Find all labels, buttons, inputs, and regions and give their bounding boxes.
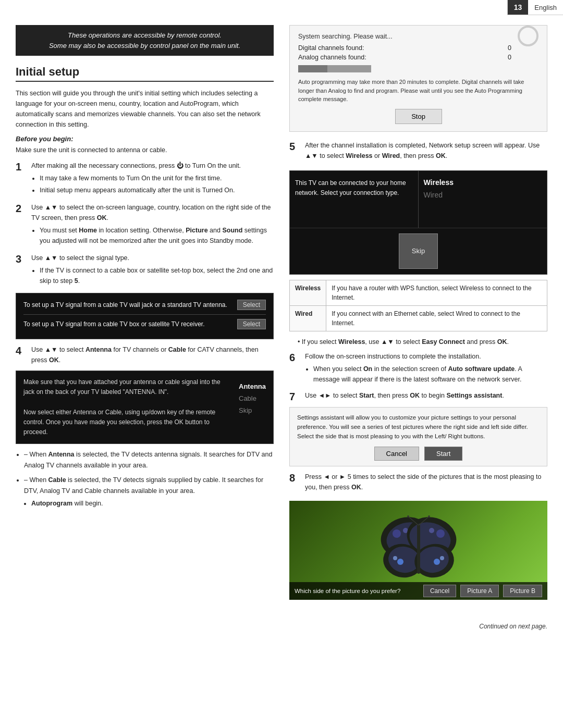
page-number: 13 <box>508 0 529 15</box>
settings-buttons: Cancel Start <box>297 447 540 461</box>
step-5-number: 5 <box>289 140 301 153</box>
digital-val: 0 <box>508 44 511 52</box>
digital-label: Digital channels found: <box>298 44 364 52</box>
right-column: System searching. Please wait... Digital… <box>289 25 547 604</box>
picture-cancel-button[interactable]: Cancel <box>423 585 456 597</box>
svg-point-13 <box>393 556 397 560</box>
svg-point-19 <box>407 515 409 517</box>
svg-point-15 <box>440 556 444 560</box>
step-8-content: Press ◄ or ► 5 times to select the side … <box>305 472 547 492</box>
bottom-bullets: – When Antenna is selected, the TV detec… <box>16 449 274 497</box>
before-begin-note: Make sure the unit is connected to anten… <box>16 145 274 155</box>
step-4: 4 Use ▲▼ to select Antenna for TV channe… <box>16 344 274 365</box>
skip-button[interactable]: Skip <box>399 233 438 269</box>
settings-box-text: Settings assistant will allow you to cus… <box>297 413 540 441</box>
signal-selection-box: To set up a TV signal from a cable TV wa… <box>16 293 274 339</box>
signal-row-2: To set up a TV signal from a cable TV bo… <box>23 319 266 329</box>
autoprogram-bullet: Autoprogram will begin. <box>31 500 274 507</box>
signal-row-2-label: To set up a TV signal from a cable TV bo… <box>23 320 237 328</box>
antenna-opt-cable[interactable]: Cable <box>239 393 266 403</box>
butterfly-image-box: Which side of the picture do you prefer?… <box>289 501 547 600</box>
svg-rect-16 <box>417 524 420 574</box>
butterfly-svg <box>377 514 460 587</box>
step-3-bullet-1: If the TV is connect to a cable box or s… <box>40 265 274 286</box>
signal-select-btn-2[interactable]: Select <box>237 319 266 329</box>
step-2-bullet-1: You must set Home in location setting. O… <box>40 225 274 246</box>
net-wireless-desc: If you have a router with WPS function, … <box>326 280 547 305</box>
progress-bar <box>298 65 371 72</box>
step-6-content: Follow the on-screen instructions to com… <box>305 351 547 386</box>
antenna-options: Antenna Cable Skip <box>239 381 266 437</box>
intro-text: This section will guide you through the … <box>16 88 274 130</box>
net-table-row-wired: Wired If you connect with an Ethernet ca… <box>290 305 547 331</box>
continued-text: Continued on next page. <box>0 623 563 630</box>
settings-cancel-button[interactable]: Cancel <box>374 447 419 461</box>
network-opt-wired[interactable]: Wired <box>424 191 542 199</box>
analog-label: Analog channels found: <box>298 54 366 61</box>
step-6-bullet: When you select On in the selection scre… <box>313 364 547 385</box>
settings-assistant-box: Settings assistant will allow you to cus… <box>289 407 547 466</box>
wireless-bullet: • If you select Wireless, use ▲▼ to sele… <box>298 337 547 347</box>
step-5-container: 5 After the channel installation is comp… <box>289 140 547 166</box>
step-7-number: 7 <box>289 390 301 403</box>
step-1: 1 After making all the necessary connect… <box>16 161 274 197</box>
analog-channels-row: Analog channels found: 0 <box>298 54 511 61</box>
skip-btn-row: Skip <box>290 228 547 274</box>
picture-b-button[interactable]: Picture B <box>503 585 542 597</box>
bottom-bullet-2: – When Cable is selected, the TV detects… <box>24 475 274 497</box>
step-5-content: After the channel installation is comple… <box>305 140 547 161</box>
bottom-bullet-1: – When Antenna is selected, the TV detec… <box>24 449 274 472</box>
step-3: 3 Use ▲▼ to select the signal type. If t… <box>16 253 274 288</box>
remote-note-banner: These operations are accessible by remot… <box>16 25 274 56</box>
step-8-number: 8 <box>289 472 301 497</box>
settings-start-button[interactable]: Start <box>424 447 462 461</box>
scan-box: System searching. Please wait... Digital… <box>289 25 547 132</box>
step-4-number: 4 <box>16 344 27 365</box>
net-wired-label: Wired <box>290 305 326 331</box>
picture-a-button[interactable]: Picture A <box>460 585 499 597</box>
step-3-number: 3 <box>16 253 27 288</box>
net-table-row-wireless: Wireless If you have a router with WPS f… <box>290 280 547 305</box>
network-desc: This TV can be connected to your home ne… <box>295 178 413 198</box>
prefer-overlay: Which side of the picture do you prefer?… <box>289 582 547 600</box>
language-label: English <box>528 1 563 15</box>
analog-val: 0 <box>508 54 511 61</box>
signal-select-btn-1[interactable]: Select <box>237 300 266 310</box>
network-opt-wireless[interactable]: Wireless <box>424 178 542 187</box>
network-right: Wireless Wired <box>419 171 547 228</box>
remote-note-line1: These operations are accessible by remot… <box>25 30 264 41</box>
step-3-content: Use ▲▼ to select the signal type. If the… <box>31 253 274 288</box>
step-6: 6 Follow the on-screen instructions to c… <box>289 351 547 386</box>
before-begin-heading: Before you begin: <box>16 135 274 143</box>
antenna-desc: Make sure that you have attached your an… <box>23 377 232 437</box>
svg-point-2 <box>393 529 401 538</box>
network-selection-box: This TV can be connected to your home ne… <box>289 170 547 275</box>
step-1-bullet-1: It may take a few moments to Turn On the… <box>40 173 274 183</box>
remote-note-line2: Some may also be accessible by control p… <box>25 41 264 51</box>
svg-point-6 <box>436 529 445 538</box>
scan-spinner <box>518 26 538 46</box>
step-2-number: 2 <box>16 202 27 248</box>
stop-button[interactable]: Stop <box>395 109 442 124</box>
step-7-content: Use ◄► to select Start, then press OK to… <box>305 390 547 403</box>
step-8: 8 Press ◄ or ► 5 times to select the sid… <box>289 472 547 497</box>
signal-row-1: To set up a TV signal from a cable TV wa… <box>23 300 266 310</box>
antenna-opt-skip[interactable]: Skip <box>239 405 266 415</box>
section-title: Initial setup <box>16 65 274 82</box>
svg-point-14 <box>434 559 440 565</box>
net-wireless-label: Wireless <box>290 280 326 305</box>
step-1-bullet-2: Initial setup menu appears automatically… <box>40 185 274 195</box>
scan-note: Auto programming may take more than 20 m… <box>298 78 538 104</box>
steps-column: Before you begin: Make sure the unit is … <box>16 135 274 507</box>
prefer-label: Which side of the picture do you prefer? <box>295 588 419 594</box>
antenna-selection-box: Make sure that you have attached your an… <box>16 371 274 444</box>
net-wired-desc: If you connect with an Ethernet cable, s… <box>326 305 547 331</box>
antenna-opt-antenna[interactable]: Antenna <box>239 381 266 391</box>
signal-row-1-label: To set up a TV signal from a cable TV wa… <box>23 301 237 309</box>
step-4-content: Use ▲▼ to select Antenna for TV channels… <box>31 344 274 365</box>
step-2-content: Use ▲▼ to select the on-screen language,… <box>31 202 274 248</box>
svg-point-12 <box>397 559 403 565</box>
step-2: 2 Use ▲▼ to select the on-screen languag… <box>16 202 274 248</box>
top-bar: 13 English <box>507 0 563 15</box>
svg-point-20 <box>428 515 430 517</box>
